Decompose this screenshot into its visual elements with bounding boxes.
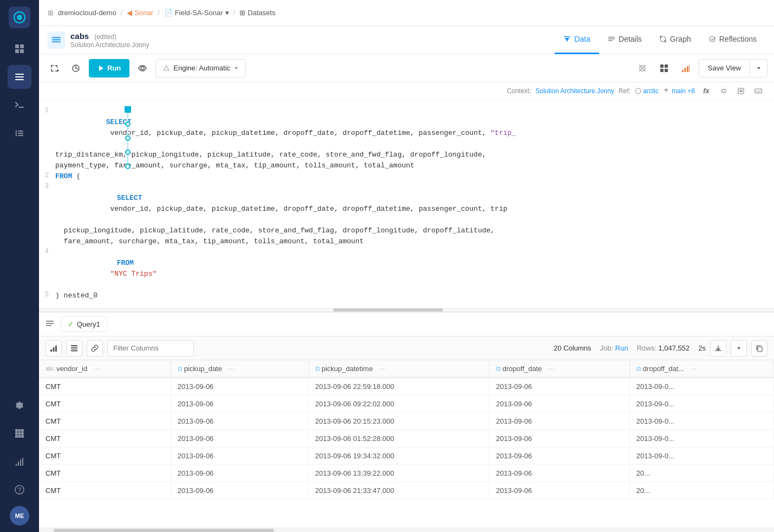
context-value[interactable]: Solution Architecture.Jonny	[536, 87, 614, 95]
chart-btn[interactable]	[677, 60, 694, 77]
table-view-btn[interactable]	[66, 340, 82, 356]
cell-dropoff-date: 2013-09-06	[489, 482, 629, 499]
breadcrumb: ⊞ dremiocloud-demo / ◀ Sonar / 📄 Field-S…	[39, 0, 774, 26]
copy-results-btn[interactable]	[751, 340, 768, 356]
svg-rect-6	[15, 74, 24, 75]
data-table-container[interactable]: abc vendor_id ··· ⊡ pickup_date ···	[39, 360, 774, 528]
context-label: Context:	[507, 87, 531, 95]
cell-pickup-datetime: 2013-09-06 21:33:47.000	[308, 482, 489, 499]
sql-line-1: 1 SELECT vendor_id, pickup_date, pickup_…	[39, 106, 774, 150]
ref-value[interactable]: arctic	[635, 87, 659, 95]
svg-rect-68	[71, 347, 77, 348]
svg-rect-22	[18, 435, 21, 438]
disable-btn[interactable]	[634, 60, 651, 77]
app-logo[interactable]	[9, 7, 30, 28]
col-header-dropoff-date[interactable]: ⊡ dropoff_date ···	[489, 360, 629, 378]
col-menu-vendor-id[interactable]: ···	[94, 365, 100, 373]
user-avatar[interactable]: ME	[10, 506, 29, 525]
svg-rect-67	[71, 345, 77, 346]
bar-chart-btn[interactable]	[45, 340, 62, 356]
datasets-breadcrumb[interactable]: ⊞ Datasets	[239, 9, 275, 17]
tab-data[interactable]: Data	[555, 26, 599, 54]
link-btn[interactable]	[87, 340, 103, 356]
save-view-dropdown[interactable]	[750, 59, 768, 77]
svg-point-57	[635, 88, 641, 94]
svg-rect-53	[684, 68, 686, 72]
rows-count: 1,047,552	[658, 344, 690, 352]
col-header-dropoff-dat2[interactable]: ⊡ dropoff_dat... ···	[629, 360, 773, 378]
grid-btn[interactable]	[655, 60, 673, 77]
sidebar-item-apps[interactable]	[8, 421, 31, 445]
job-run-link[interactable]: Run	[615, 344, 628, 352]
cell-dropoff-date: 2013-09-06	[489, 395, 629, 413]
download-btn[interactable]	[734, 84, 748, 98]
svg-rect-10	[18, 131, 23, 132]
cell-vendor-id: CMT	[39, 413, 171, 430]
run-button[interactable]: Run	[89, 59, 129, 77]
col-header-pickup-date[interactable]: ⊡ pickup_date ···	[171, 360, 308, 378]
preview-btn[interactable]	[134, 60, 151, 77]
download-results-btn[interactable]	[710, 340, 726, 356]
editor-scrollbar[interactable]	[39, 308, 774, 312]
svg-point-41	[710, 36, 715, 42]
sql-line-3: 3 SELECT vendor_id, pickup_date, pickup_…	[39, 182, 774, 225]
sidebar-item-grid[interactable]	[8, 37, 31, 61]
col-menu-pickup-datetime[interactable]: ···	[379, 365, 385, 373]
sidebar-item-settings[interactable]	[8, 393, 31, 417]
sidebar-item-list[interactable]	[8, 121, 31, 145]
field-dropdown[interactable]: 📄 Field-SA-Sonar ▾	[164, 9, 229, 17]
col-header-vendor-id[interactable]: abc vendor_id ···	[39, 360, 171, 378]
cell-dropoff-dat2: 2013-09-0...	[629, 447, 773, 465]
fx-button[interactable]: fx	[699, 84, 713, 98]
svg-marker-45	[164, 66, 169, 70]
col-menu-pickup-date[interactable]: ···	[229, 365, 235, 373]
svg-rect-24	[16, 464, 17, 466]
keyboard-btn[interactable]	[751, 84, 765, 98]
table-scrollbar[interactable]	[39, 528, 774, 532]
sonar-breadcrumb[interactable]: ◀ Sonar	[127, 9, 153, 17]
cell-dropoff-dat2: 20...	[629, 482, 773, 499]
sidebar-item-report[interactable]	[8, 450, 31, 473]
cell-vendor-id: CMT	[39, 395, 171, 413]
data-table: abc vendor_id ··· ⊡ pickup_date ···	[39, 360, 774, 499]
svg-rect-32	[52, 41, 61, 43]
svg-rect-49	[665, 64, 668, 68]
tab-reflections[interactable]: Reflections	[700, 26, 765, 54]
svg-rect-26	[20, 459, 21, 466]
cell-vendor-id: CMT	[39, 447, 171, 465]
save-view-group: Save View	[699, 59, 768, 77]
main-tabs: Data Details Graph Reflections	[555, 26, 765, 54]
svg-rect-37	[608, 40, 613, 41]
sidebar-item-help[interactable]: ?	[8, 478, 31, 502]
expand-btn[interactable]	[45, 60, 63, 77]
col-header-pickup-datetime[interactable]: ⊡ pickup_datetime ···	[308, 360, 489, 378]
filter-columns-input[interactable]	[107, 340, 194, 356]
workspace-link[interactable]: dremiocloud-demo	[58, 9, 116, 17]
tab-details[interactable]: Details	[599, 26, 651, 54]
table-row: CMT 2013-09-06 2013-09-06 01:52:28.000 2…	[39, 430, 774, 447]
svg-rect-61	[46, 321, 54, 322]
engine-select[interactable]: Engine: Automatic	[155, 59, 246, 77]
brightness-btn[interactable]	[717, 84, 731, 98]
sidebar-item-table[interactable]	[8, 65, 31, 89]
col-menu-dropoff-date[interactable]: ···	[549, 365, 555, 373]
svg-rect-60	[755, 89, 762, 93]
svg-point-39	[660, 36, 662, 38]
svg-rect-7	[15, 76, 24, 77]
sql-line-4: 4 FROM "NYC Trips"	[39, 247, 774, 290]
svg-rect-16	[18, 429, 21, 432]
sql-editor-content[interactable]: 1 SELECT vendor_id, pickup_date, pickup_…	[39, 100, 774, 308]
query-success-icon: ✓	[68, 320, 74, 328]
table-row: CMT 2013-09-06 2013-09-06 13:39:22.000 2…	[39, 465, 774, 482]
sidebar-item-terminal[interactable]	[8, 93, 31, 117]
history-btn[interactable]	[67, 60, 84, 77]
svg-rect-33	[564, 36, 570, 37]
col-menu-dropoff-dat2[interactable]: ···	[691, 365, 697, 373]
query-tab-1[interactable]: ✓ Query1	[61, 316, 107, 332]
save-view-button[interactable]: Save View	[699, 59, 750, 77]
branch-value[interactable]: main +8	[672, 87, 695, 95]
table-row: CMT 2013-09-06 2013-09-06 19:34:32.000 2…	[39, 447, 774, 465]
sql-line-3c: fare_amount, surcharge, mta_tax, tip_amo…	[39, 236, 774, 247]
tab-graph[interactable]: Graph	[651, 26, 700, 54]
download-chevron-btn[interactable]	[731, 340, 747, 356]
